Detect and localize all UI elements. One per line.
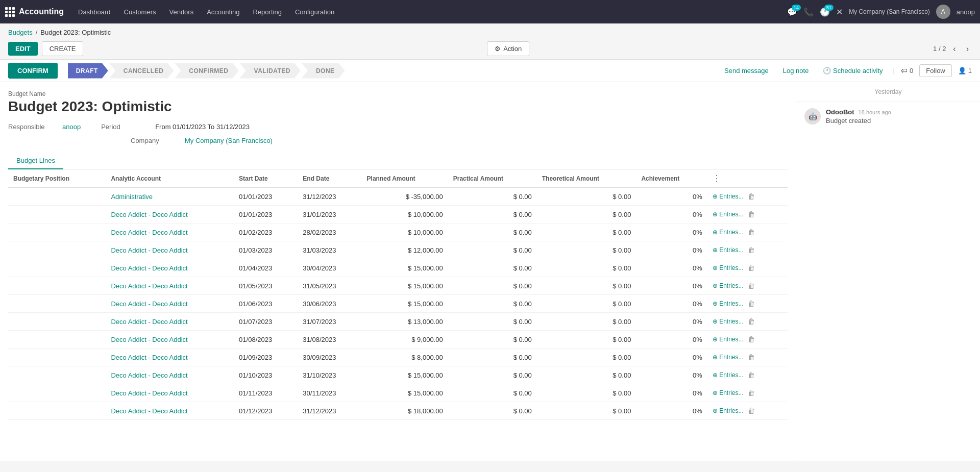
delete-row-button[interactable]: 🗑 bbox=[746, 299, 757, 309]
action-button[interactable]: ⚙ Action bbox=[487, 41, 529, 56]
step-done[interactable]: DONE bbox=[302, 63, 345, 79]
step-confirmed[interactable]: CONFIRMED bbox=[175, 63, 238, 79]
delete-row-button[interactable]: 🗑 bbox=[746, 245, 757, 255]
cell-analytic[interactable]: Deco Addict - Deco Addict bbox=[106, 349, 234, 366]
entries-button[interactable]: ⊕ Entries... bbox=[713, 371, 744, 379]
delete-row-button[interactable]: 🗑 bbox=[746, 388, 757, 398]
tags-button[interactable]: 🏷 0 bbox=[901, 67, 913, 74]
tab-budget-lines[interactable]: Budget Lines bbox=[8, 153, 63, 169]
send-message-button[interactable]: Send message bbox=[720, 65, 773, 77]
cell-analytic[interactable]: Deco Addict - Deco Addict bbox=[106, 366, 234, 384]
followers-button[interactable]: 👤 1 bbox=[958, 67, 972, 74]
company-value[interactable]: My Company (San Francisco) bbox=[185, 137, 273, 144]
entries-button[interactable]: ⊕ Entries... bbox=[713, 318, 744, 325]
cell-theoretical: $ 0.00 bbox=[537, 313, 636, 331]
delete-row-button[interactable]: 🗑 bbox=[746, 352, 757, 362]
delete-row-button[interactable]: 🗑 bbox=[746, 281, 757, 291]
cell-start: 01/09/2023 bbox=[234, 349, 298, 366]
cell-analytic[interactable]: Deco Addict - Deco Addict bbox=[106, 206, 234, 223]
confirm-button[interactable]: CONFIRM bbox=[8, 63, 58, 79]
follow-button[interactable]: Follow bbox=[919, 64, 952, 77]
col-achievement: Achievement bbox=[636, 169, 707, 188]
cell-end: 31/08/2023 bbox=[298, 331, 361, 349]
cell-achievement: 0% bbox=[636, 384, 707, 402]
create-button[interactable]: CREATE bbox=[42, 41, 84, 56]
cell-row-actions: ⊕ Entries... 🗑 bbox=[707, 259, 788, 277]
delete-row-button[interactable]: 🗑 bbox=[746, 406, 757, 416]
step-cancelled[interactable]: CANCELLED bbox=[109, 63, 174, 79]
step-draft[interactable]: DRAFT bbox=[68, 63, 108, 79]
avatar[interactable]: A bbox=[936, 5, 950, 19]
delete-row-button[interactable]: 🗑 bbox=[746, 334, 757, 344]
table-row: Deco Addict - Deco Addict 01/01/2023 31/… bbox=[8, 206, 788, 223]
cell-analytic[interactable]: Deco Addict - Deco Addict bbox=[106, 223, 234, 241]
cell-analytic[interactable]: Deco Addict - Deco Addict bbox=[106, 277, 234, 295]
cell-theoretical: $ 0.00 bbox=[537, 331, 636, 349]
cell-analytic[interactable]: Deco Addict - Deco Addict bbox=[106, 241, 234, 259]
entries-button[interactable]: ⊕ Entries... bbox=[713, 336, 744, 343]
delete-row-button[interactable]: 🗑 bbox=[746, 227, 757, 237]
cell-planned: $ 13,000.00 bbox=[362, 313, 448, 331]
prev-button[interactable]: ‹ bbox=[950, 43, 959, 55]
nav-accounting[interactable]: Accounting bbox=[201, 5, 246, 19]
cell-planned: $ 15,000.00 bbox=[362, 295, 448, 313]
cell-position bbox=[8, 206, 106, 223]
delete-row-button[interactable]: 🗑 bbox=[746, 191, 757, 202]
nav-configuration[interactable]: Configuration bbox=[289, 5, 340, 19]
app-brand[interactable]: Accounting bbox=[5, 7, 64, 17]
close-icon-btn[interactable]: ✕ bbox=[836, 7, 843, 17]
cell-analytic[interactable]: Deco Addict - Deco Addict bbox=[106, 331, 234, 349]
nav-customers[interactable]: Customers bbox=[118, 5, 162, 19]
chatter-area: Yesterday 🤖 OdooBot 18 hours ago Budget … bbox=[796, 82, 980, 461]
cell-achievement: 0% bbox=[636, 206, 707, 223]
cell-analytic[interactable]: Deco Addict - Deco Addict bbox=[106, 295, 234, 313]
phone-icon-btn[interactable]: 📞 bbox=[803, 7, 814, 17]
cell-theoretical: $ 0.00 bbox=[537, 384, 636, 402]
schedule-activity-button[interactable]: 🕐 Schedule activity bbox=[819, 65, 887, 77]
entries-button[interactable]: ⊕ Entries... bbox=[713, 229, 744, 236]
toolbar: EDIT CREATE ⚙ Action 1 / 2 ‹ › bbox=[0, 38, 980, 59]
entries-button[interactable]: ⊕ Entries... bbox=[713, 211, 744, 218]
entries-button[interactable]: ⊕ Entries... bbox=[713, 354, 744, 361]
nav-reporting[interactable]: Reporting bbox=[247, 5, 288, 19]
log-note-button[interactable]: Log note bbox=[779, 65, 813, 77]
edit-button[interactable]: EDIT bbox=[8, 42, 38, 56]
cell-achievement: 0% bbox=[636, 366, 707, 384]
entries-button[interactable]: ⊕ Entries... bbox=[713, 193, 744, 200]
delete-row-button[interactable]: 🗑 bbox=[746, 209, 757, 219]
cell-end: 30/11/2023 bbox=[298, 384, 361, 402]
delete-row-button[interactable]: 🗑 bbox=[746, 370, 757, 380]
col-practical-amount: Practical Amount bbox=[448, 169, 537, 188]
table-header-row: Budgetary Position Analytic Account Star… bbox=[8, 169, 788, 188]
step-validated[interactable]: VALIDATED bbox=[240, 63, 301, 79]
delete-row-button[interactable]: 🗑 bbox=[746, 316, 757, 327]
entries-button[interactable]: ⊕ Entries... bbox=[713, 246, 744, 254]
entries-button[interactable]: ⊕ Entries... bbox=[713, 264, 744, 271]
breadcrumb-parent[interactable]: Budgets bbox=[8, 29, 33, 36]
delete-row-button[interactable]: 🗑 bbox=[746, 263, 757, 273]
cell-analytic[interactable]: Deco Addict - Deco Addict bbox=[106, 313, 234, 331]
cell-analytic[interactable]: Deco Addict - Deco Addict bbox=[106, 384, 234, 402]
cell-analytic[interactable]: Deco Addict - Deco Addict bbox=[106, 402, 234, 420]
cell-start: 01/08/2023 bbox=[234, 331, 298, 349]
cell-analytic[interactable]: Administrative bbox=[106, 188, 234, 206]
nav-dashboard[interactable]: Dashboard bbox=[72, 5, 117, 19]
activity-badge: 51 bbox=[824, 5, 834, 11]
entries-button[interactable]: ⊕ Entries... bbox=[713, 300, 744, 307]
nav-vendors[interactable]: Vendors bbox=[163, 5, 200, 19]
entries-button[interactable]: ⊕ Entries... bbox=[713, 407, 744, 414]
cell-analytic[interactable]: Deco Addict - Deco Addict bbox=[106, 259, 234, 277]
table-row: Deco Addict - Deco Addict 01/08/2023 31/… bbox=[8, 331, 788, 349]
next-button[interactable]: › bbox=[963, 43, 972, 55]
entries-button[interactable]: ⊕ Entries... bbox=[713, 282, 744, 289]
chat-icon-btn[interactable]: 💬 14 bbox=[787, 7, 797, 17]
responsible-value[interactable]: anoop bbox=[62, 123, 81, 131]
entries-button[interactable]: ⊕ Entries... bbox=[713, 389, 744, 396]
cell-start: 01/01/2023 bbox=[234, 206, 298, 223]
cell-row-actions: ⊕ Entries... 🗑 bbox=[707, 349, 788, 366]
cell-achievement: 0% bbox=[636, 223, 707, 241]
status-bar: CONFIRM DRAFT CANCELLED CONFIRMED VALIDA… bbox=[0, 59, 980, 82]
column-options-button[interactable]: ⋮ bbox=[713, 173, 721, 183]
cell-theoretical: $ 0.00 bbox=[537, 295, 636, 313]
activity-icon-btn[interactable]: 🕐 51 bbox=[820, 7, 830, 17]
